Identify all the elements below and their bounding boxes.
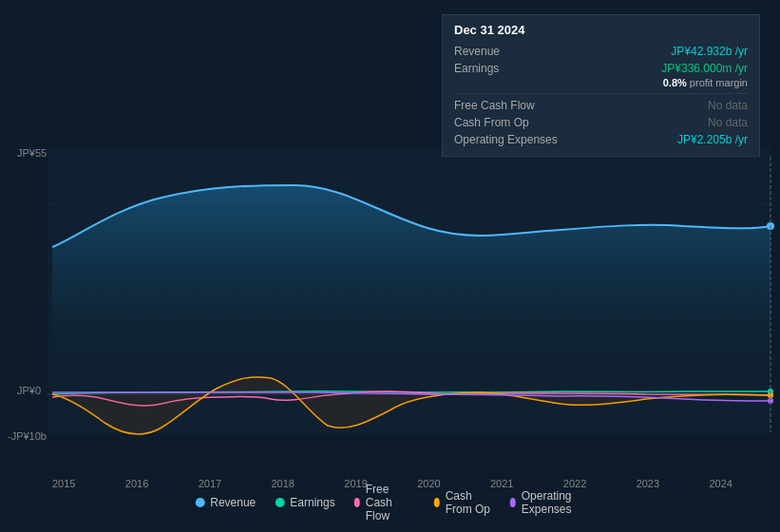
revenue-row: Revenue JP¥42.932b /yr — [454, 43, 748, 60]
x-label-2024: 2024 — [709, 478, 732, 489]
profit-label: profit margin — [687, 77, 748, 88]
opex-label: Operating Expenses — [454, 133, 578, 146]
profit-margin-row: 0.8% profit margin — [454, 77, 748, 90]
earnings-legend-dot — [275, 498, 284, 507]
fcf-value: No data — [708, 99, 748, 112]
opex-value: JP¥2.205b /yr — [677, 133, 748, 146]
legend-fcf[interactable]: Free Cash Flow — [354, 483, 415, 522]
legend-cashfromop[interactable]: Cash From Op — [434, 489, 491, 516]
revenue-label: Revenue — [454, 45, 578, 58]
legend-opex[interactable]: Operating Expenses — [510, 489, 585, 516]
earnings-row: Earnings JP¥336.000m /yr — [454, 60, 748, 77]
revenue-legend-dot — [195, 498, 204, 507]
legend-earnings[interactable]: Earnings — [275, 496, 334, 509]
info-box: Dec 31 2024 Revenue JP¥42.932b /yr Earni… — [442, 14, 760, 157]
fcf-legend-dot — [354, 498, 360, 507]
x-label-2015: 2015 — [52, 478, 75, 489]
date-header: Dec 31 2024 — [454, 23, 748, 37]
profit-pct: 0.8% — [663, 77, 687, 88]
cashfromop-value: No data — [708, 116, 748, 129]
fcf-legend-label: Free Cash Flow — [366, 483, 415, 522]
earnings-value: JP¥336.000m /yr — [661, 62, 748, 75]
earnings-label: Earnings — [454, 62, 578, 75]
opex-legend-label: Operating Expenses — [522, 489, 585, 516]
chart-container: Dec 31 2024 Revenue JP¥42.932b /yr Earni… — [0, 0, 780, 532]
opex-row: Operating Expenses JP¥2.205b /yr — [454, 131, 748, 148]
earnings-legend-label: Earnings — [290, 496, 334, 509]
legend: Revenue Earnings Free Cash Flow Cash Fro… — [195, 483, 585, 522]
cashfromop-label: Cash From Op — [454, 116, 578, 129]
cashfromop-legend-label: Cash From Op — [446, 489, 491, 516]
revenue-legend-label: Revenue — [210, 496, 256, 509]
cashfromop-legend-dot — [434, 498, 440, 507]
fcf-label: Free Cash Flow — [454, 99, 578, 112]
opex-legend-dot — [510, 498, 516, 507]
cashfromop-row: Cash From Op No data — [454, 114, 748, 131]
revenue-value: JP¥42.932b /yr — [671, 45, 748, 58]
x-label-2016: 2016 — [125, 478, 148, 489]
x-label-2023: 2023 — [637, 478, 659, 489]
legend-revenue[interactable]: Revenue — [195, 496, 256, 509]
fcf-row: Free Cash Flow No data — [454, 97, 748, 114]
